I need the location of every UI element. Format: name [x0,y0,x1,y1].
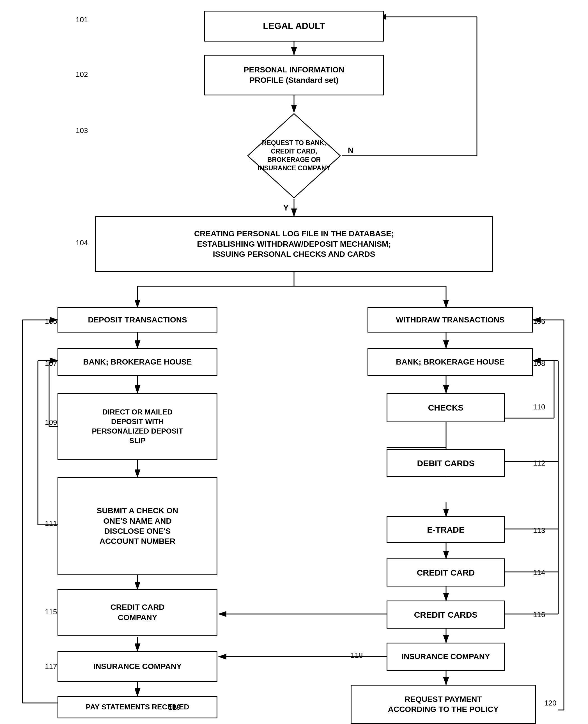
label-103: 103 [76,126,88,135]
label-117: 117 [45,662,57,671]
label-115: 115 [45,607,57,616]
node-104: CREATING PERSONAL LOG FILE IN THE DATABA… [95,216,493,272]
node-103: REQUEST TO BANK,CREDIT CARD,BROKERAGE OR… [246,112,342,199]
label-110: 110 [533,403,545,411]
diagram: LEGAL ADULT 101 PERSONAL INFORMATION PRO… [0,0,588,724]
label-101: 101 [76,16,88,24]
node-105: DEPOSIT TRANSACTIONS [58,307,217,333]
node-106: WITHDRAW TRANSACTIONS [368,307,533,333]
label-119: 119 [168,703,181,712]
node-120: REQUEST PAYMENT ACCORDING TO THE POLICY [351,685,536,724]
node-110: CHECKS [386,393,505,422]
node-115: CREDIT CARD COMPANY [58,589,217,636]
label-113: 113 [533,526,545,535]
label-107: 107 [45,359,57,368]
label-120: 120 [544,699,556,707]
y-label: Y [284,204,289,212]
node-107: BANK; BROKERAGE HOUSE [58,348,217,376]
label-104: 104 [76,239,88,247]
node-109: DIRECT OR MAILED DEPOSIT WITH PERSONALIZ… [58,393,217,460]
node-119: PAY STATEMENTS RECEIVED [58,696,217,718]
node-101: LEGAL ADULT [204,11,384,42]
label-105: 105 [45,317,57,326]
label-109: 109 [45,418,57,427]
node-114: CREDIT CARD [386,558,505,586]
label-118: 118 [351,651,363,660]
label-114: 114 [533,568,545,577]
node-116: CREDIT CARDS [386,601,505,628]
label-111: 111 [45,519,57,528]
label-112: 112 [533,459,545,468]
label-116: 116 [533,611,545,619]
node-117: INSURANCE COMPANY [58,651,217,682]
node-111: SUBMIT A CHECK ON ONE'S NAME AND DISCLOS… [58,477,217,575]
n-label: N [348,146,354,155]
node-102: PERSONAL INFORMATION PROFILE (Standard s… [204,55,384,96]
label-102: 102 [76,70,88,79]
node-112: DEBIT CARDS [386,449,505,477]
node-113: E-TRADE [386,516,505,543]
node-118: INSURANCE COMPANY [386,643,505,671]
label-106: 106 [533,317,545,326]
node-108: BANK; BROKERAGE HOUSE [368,348,533,376]
label-108: 108 [533,359,545,368]
